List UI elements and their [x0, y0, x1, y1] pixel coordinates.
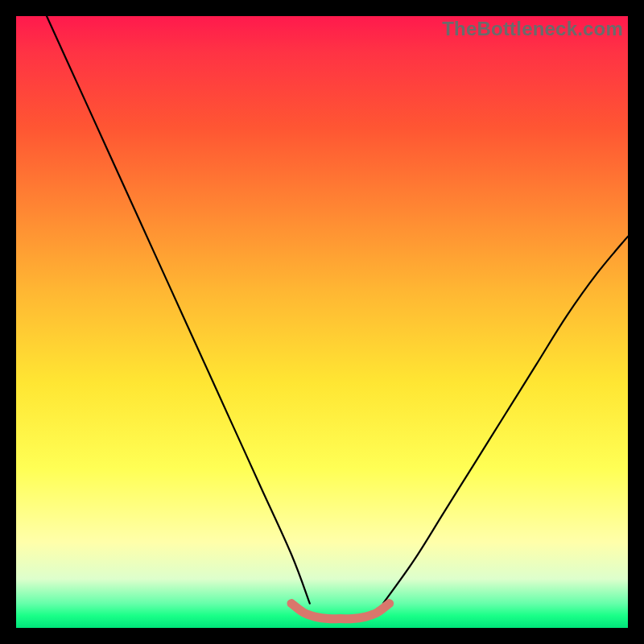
- bottom-marker-path: [291, 604, 390, 619]
- curve-layer: [16, 16, 628, 628]
- left-branch-path: [47, 16, 310, 604]
- plot-area: TheBottleneck.com: [16, 16, 628, 628]
- right-branch-path: [383, 237, 628, 604]
- chart-frame: TheBottleneck.com: [0, 0, 644, 644]
